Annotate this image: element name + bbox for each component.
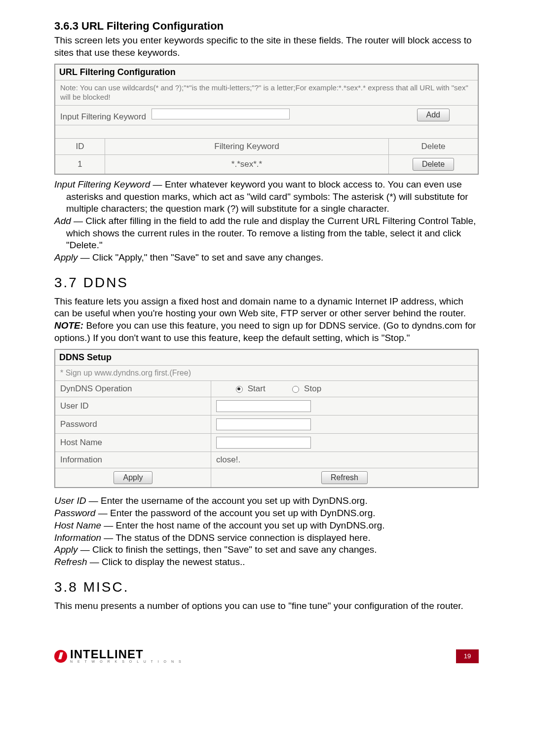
intro-363: This screen lets you enter keywords spec… <box>54 35 479 59</box>
page-footer: INTELLINET N E T W O R K S O L U T I O N… <box>54 649 479 663</box>
heading-363: 3.6.3 URL Filtering Configuration <box>54 20 479 33</box>
heading-37: 3.7 DDNS <box>54 275 479 291</box>
inputfilter-label: Input Filtering Keyword <box>60 112 146 121</box>
apply-button[interactable]: Apply <box>114 471 152 484</box>
row-op-label: DynDNS Operation <box>55 381 211 397</box>
term-refresh: Refresh <box>54 557 87 567</box>
term-apply: Apply <box>54 252 78 263</box>
term-user: User ID <box>54 495 86 506</box>
info-value: close!. <box>211 452 479 468</box>
refresh-button[interactable]: Refresh <box>321 471 368 484</box>
opt-start: Start <box>248 384 266 393</box>
opt-stop: Stop <box>304 384 321 393</box>
col-delete: Delete <box>389 138 479 154</box>
userid-input[interactable] <box>216 400 311 412</box>
col-keyword: Filtering Keyword <box>105 138 389 154</box>
col-id: ID <box>55 138 105 154</box>
term-apply2: Apply <box>54 544 78 555</box>
delete-button[interactable]: Delete <box>413 158 454 171</box>
row-user-label: User ID <box>55 397 211 416</box>
term-pass: Password <box>54 508 95 518</box>
logo-sub: N E T W O R K S O L U T I O N S <box>70 660 183 663</box>
radio-stop[interactable] <box>292 386 299 393</box>
row1-id: 1 <box>55 154 105 174</box>
term-ifk: Input Filtering Keyword <box>54 179 150 189</box>
row1-keyword: *.*sex*.* <box>105 154 389 174</box>
logo-icon <box>54 650 67 663</box>
intro-38: This menu presents a number of options y… <box>54 600 479 612</box>
term-info: Information <box>54 532 101 543</box>
password-input[interactable] <box>216 418 311 430</box>
ddns-title: DDNS Setup <box>55 349 478 366</box>
desc-add: — Click after filling in the field to ad… <box>66 216 476 250</box>
ddns-signup: * Sign up www.dyndns.org first.(Free) <box>55 366 478 381</box>
intro-37: This feature lets you assign a fixed hos… <box>54 296 479 344</box>
radio-start[interactable] <box>236 386 243 393</box>
page-number: 19 <box>456 649 479 663</box>
logo-text: INTELLINET <box>70 649 183 660</box>
row-host-label: Host Name <box>55 434 211 452</box>
urlfilter-note: Note: You can use wildcards(* and ?);"*"… <box>55 80 478 106</box>
urlfilter-panel: URL Filtering Configuration Note: You ca… <box>54 64 479 175</box>
ddns-descriptions: User ID — Enter the username of the acco… <box>54 495 479 568</box>
urlfilter-descriptions: Input Filtering Keyword — Enter whatever… <box>54 179 479 264</box>
term-add: Add <box>54 216 71 226</box>
hostname-input[interactable] <box>216 437 311 449</box>
add-button[interactable]: Add <box>417 109 450 121</box>
heading-38: 3.8 Misc. <box>54 579 479 595</box>
term-host: Host Name <box>54 520 101 530</box>
desc-apply: — Click "Apply," then "Save" to set and … <box>78 252 324 263</box>
row-pass-label: Password <box>55 416 211 434</box>
ddns-panel: DDNS Setup * Sign up www.dyndns.org firs… <box>54 349 479 488</box>
note-word: NOTE: <box>54 320 83 331</box>
logo: INTELLINET N E T W O R K S O L U T I O N… <box>54 649 183 663</box>
filter-keyword-input[interactable] <box>152 109 290 119</box>
urlfilter-title: URL Filtering Configuration <box>55 64 478 80</box>
row-info-label: Information <box>55 452 211 468</box>
